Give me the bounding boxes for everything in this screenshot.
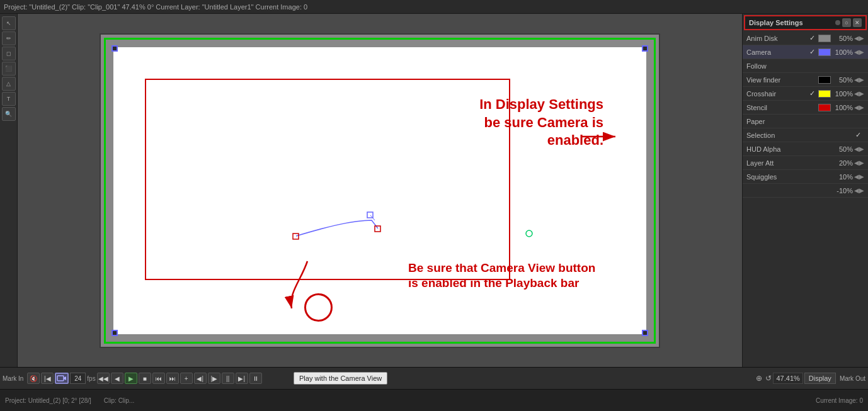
settings-arrows-anim-disk[interactable]: ◀▶	[854, 35, 864, 42]
ds-minimize-btn[interactable]: ○	[842, 18, 851, 27]
settings-row-anim-disk[interactable]: Anim Disk ✓ 50% ◀▶	[743, 31, 868, 45]
toolbar-zoom[interactable]: 🔍	[2, 107, 16, 121]
toolbar-draw[interactable]: ✏	[2, 31, 16, 45]
settings-label-stencil: Stencil	[746, 104, 818, 111]
toolbar-select[interactable]: ↖	[2, 16, 16, 30]
canvas-area: In Display Settings be sure Camera is en…	[18, 14, 742, 367]
canvas-white[interactable]	[113, 47, 646, 334]
settings-row-stencil[interactable]: Stencil 100% ◀▶	[743, 101, 868, 115]
settings-label-squiggles: Squiggles	[746, 173, 833, 181]
settings-arrows-camera[interactable]: ◀▶	[854, 48, 864, 55]
toolbar-eraser[interactable]: ◻	[2, 47, 16, 60]
settings-pct-stencil: 100%	[833, 104, 853, 111]
top-bar: Project: "Untitled_(2)" Clip: "Clip_001"…	[0, 0, 868, 14]
settings-color-viewfinder[interactable]	[818, 76, 831, 84]
settings-row-viewfinder[interactable]: View finder 50% ◀▶	[743, 73, 868, 87]
settings-label-anim-disk: Anim Disk	[746, 35, 809, 42]
ds-close-btn[interactable]: ✕	[853, 18, 862, 27]
settings-arrows-minus10[interactable]: ◀▶	[854, 187, 864, 194]
settings-arrows-stencil[interactable]: ◀▶	[854, 104, 864, 111]
settings-arrows-layer-att[interactable]: ◀▶	[854, 159, 864, 166]
rotate-icon[interactable]: ↺	[765, 374, 772, 383]
settings-row-selection[interactable]: Selection ✓	[743, 128, 868, 142]
toolbar-fill[interactable]: ⬛	[2, 62, 16, 76]
settings-pct-minus10: -10%	[833, 187, 853, 194]
settings-pct-crosshair: 100%	[833, 90, 853, 98]
settings-arrows-crosshair[interactable]: ◀▶	[854, 90, 864, 97]
settings-color-stencil[interactable]	[818, 104, 831, 111]
handle-top-left[interactable]	[111, 45, 118, 52]
settings-check-selection: ✓	[855, 131, 864, 139]
playback-btn-extra4[interactable]: ||	[222, 373, 234, 384]
handle-top-right[interactable]	[642, 45, 648, 52]
playback-row: Mark In 🔇 |◀ fps ◀◀ ◀ ▶ ■ ⏮ ⏭ + ◀| |▶ ||…	[0, 367, 868, 389]
settings-pct-layer-att: 20%	[833, 159, 853, 167]
fps-input[interactable]	[70, 373, 86, 384]
settings-color-camera[interactable]	[818, 48, 831, 56]
left-toolbar: ↖ ✏ ◻ ⬛ △ T 🔍	[0, 14, 18, 367]
settings-row-hud-alpha[interactable]: HUD Alpha 50% ◀▶	[743, 142, 868, 156]
main-area: ↖ ✏ ◻ ⬛ △ T 🔍	[0, 14, 868, 367]
settings-label-paper: Paper	[746, 118, 864, 125]
settings-row-follow[interactable]: Follow	[743, 59, 868, 73]
display-btn[interactable]: Display	[804, 373, 836, 384]
zoom-value: 47.41%	[776, 374, 799, 382]
playback-rewind-start[interactable]: |◀	[41, 373, 54, 384]
playback-btn-extra5[interactable]: ▶|	[236, 373, 248, 384]
mark-out-label: Mark Out	[840, 375, 865, 382]
playback-prev-btn2[interactable]: ⏮	[152, 373, 165, 384]
settings-pct-hud-alpha: 50%	[833, 145, 853, 153]
right-panel: Display Settings ○ ✕ Anim Disk ✓ 50% ◀▶ …	[742, 14, 868, 367]
playback-play-btn[interactable]: ▶	[125, 373, 137, 384]
settings-row-camera[interactable]: Camera ✓ 100% ◀▶	[743, 45, 868, 59]
settings-row-minus10[interactable]: -10% ◀▶	[743, 184, 868, 198]
settings-pct-camera: 100%	[833, 48, 853, 56]
fps-label: fps	[87, 375, 95, 382]
settings-label-layer-att: Layer Att	[746, 159, 833, 167]
status-left: Project: Untitled_(2) [0; 2° [28/]	[5, 397, 91, 404]
settings-check-camera: ✓	[809, 48, 818, 56]
settings-row-crosshair[interactable]: Crosshair ✓ 100% ◀▶	[743, 87, 868, 101]
canvas-red-rect	[145, 79, 510, 280]
settings-color-crosshair[interactable]	[818, 90, 831, 98]
settings-arrows-viewfinder[interactable]: ◀▶	[854, 76, 864, 83]
svg-rect-8	[57, 376, 64, 381]
status-middle: Clip: Clip...	[104, 397, 134, 404]
camera-view-icon	[57, 374, 67, 383]
settings-row-squiggles[interactable]: Squiggles 10% ◀▶	[743, 170, 868, 184]
display-settings-header: Display Settings ○ ✕	[744, 15, 867, 30]
settings-label-follow: Follow	[746, 62, 864, 70]
handle-bottom-left[interactable]	[111, 330, 118, 336]
camera-view-btn[interactable]	[55, 373, 69, 384]
settings-row-layer-att[interactable]: Layer Att 20% ◀▶	[743, 156, 868, 170]
ds-dot	[835, 20, 840, 25]
display-settings-title: Display Settings	[749, 19, 803, 26]
settings-arrows-hud-alpha[interactable]: ◀▶	[854, 145, 864, 152]
playback-mute-btn[interactable]: 🔇	[27, 373, 40, 384]
ds-header-icons: ○ ✕	[835, 18, 862, 27]
settings-color-anim-disk[interactable]	[818, 35, 831, 42]
toolbar-text[interactable]: T	[2, 92, 16, 106]
playback-btn-extra2[interactable]: ◀|	[194, 373, 207, 384]
playback-btn-extra1[interactable]: +	[180, 373, 193, 384]
settings-label-selection: Selection	[746, 132, 855, 139]
settings-arrows-squiggles[interactable]: ◀▶	[854, 173, 864, 180]
settings-pct-viewfinder: 50%	[833, 76, 853, 84]
playback-next-btn[interactable]: ⏭	[166, 373, 179, 384]
toolbar-shape[interactable]: △	[2, 77, 16, 91]
status-right: Current Image: 0	[816, 397, 863, 404]
mark-in-label: Mark In	[3, 375, 23, 382]
settings-row-paper[interactable]: Paper	[743, 115, 868, 128]
playback-back-btn[interactable]: ◀◀	[97, 373, 110, 384]
playback-prev-frame[interactable]: ◀	[111, 373, 123, 384]
zoom-icon[interactable]: ⊕	[756, 374, 762, 383]
top-bar-title: Project: "Untitled_(2)" Clip: "Clip_001"…	[4, 3, 307, 11]
handle-bottom-right[interactable]	[642, 330, 648, 336]
playback-btn-extra6[interactable]: ⏸	[249, 373, 262, 384]
settings-label-camera: Camera	[746, 48, 809, 56]
settings-label-hud-alpha: HUD Alpha	[746, 145, 833, 153]
canvas-viewport	[100, 33, 660, 348]
playback-btn-extra3[interactable]: |▶	[208, 373, 220, 384]
playback-stop-btn[interactable]: ■	[139, 373, 151, 384]
settings-check-crosshair: ✓	[809, 89, 818, 98]
